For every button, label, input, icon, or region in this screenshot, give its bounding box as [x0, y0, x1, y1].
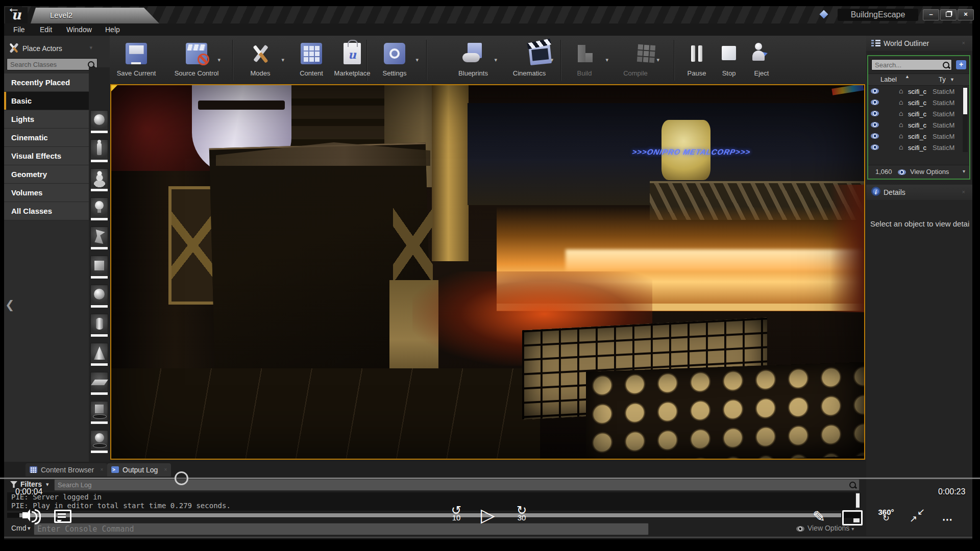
details-header[interactable]: i Details × — [866, 185, 972, 200]
shrink-arrows-icon[interactable]: ↙ ↗ — [910, 508, 925, 523]
build-button[interactable]: ▾ Build — [556, 41, 612, 77]
close-tab-icon[interactable]: × — [962, 189, 965, 195]
more-dots-icon[interactable]: ⋯ — [942, 513, 955, 525]
outliner-row[interactable]: ⌂ scifi_c StaticM — [868, 108, 964, 119]
blueprints-button[interactable]: ▾ Blueprints — [445, 41, 501, 77]
rewind-10-button[interactable]: ↺ 10 — [442, 505, 471, 522]
level-tab[interactable]: Level2 — [31, 8, 159, 23]
video-seek-handle[interactable] — [175, 471, 188, 485]
visibility-eye-icon[interactable] — [871, 88, 879, 94]
project-diamond-icon — [820, 11, 829, 19]
dropdown-arrow-icon[interactable]: ▾ — [494, 57, 497, 63]
settings-button[interactable]: ▾ Settings — [366, 41, 423, 77]
modes-button[interactable]: ▾ Modes — [232, 41, 288, 77]
thumb-cone[interactable] — [90, 343, 108, 366]
dropdown-arrow-icon[interactable]: ▾ — [217, 57, 220, 63]
thumb-sphere[interactable] — [90, 285, 108, 308]
save-current-button[interactable]: Save Current — [108, 41, 164, 77]
category-visual-effects[interactable]: Visual Effects — [4, 147, 89, 165]
menu-window[interactable]: Window — [66, 23, 92, 36]
outliner-column-headers[interactable]: Label ▲ Ty ▼ — [868, 73, 969, 86]
visibility-eye-icon[interactable] — [871, 144, 879, 150]
log-line: PIE: Play in editor total start time 0.2… — [11, 502, 231, 510]
forward-30-button[interactable]: ↻ 30 — [507, 505, 536, 522]
outliner-search-input[interactable] — [872, 60, 951, 70]
world-outliner-header[interactable]: World Outliner × — [866, 36, 972, 51]
add-actor-icon[interactable]: + — [956, 60, 966, 69]
cinematics-button[interactable]: ▾ Cinematics — [501, 41, 557, 77]
category-volumes[interactable]: Volumes — [4, 184, 89, 202]
log-filter-row: Filters ▾ — [4, 478, 866, 491]
thumb-empty-actor-sphere[interactable] — [90, 110, 108, 134]
marketplace-icon: u — [344, 43, 361, 64]
column-label[interactable]: Label — [880, 76, 897, 83]
menu-edit[interactable]: Edit — [40, 23, 52, 36]
rotate-360-icon[interactable]: 360° ↻ — [874, 508, 898, 520]
collapse-panel-chevron-icon[interactable]: ❮ — [5, 298, 14, 312]
menu-file[interactable]: File — [13, 23, 25, 36]
title-bar[interactable]: u Level2 BuildngEscape – × — [4, 6, 972, 23]
close-tab-icon[interactable]: × — [962, 40, 965, 46]
maximize-button[interactable] — [940, 9, 957, 20]
tab-output-log[interactable]: > Output Log × — [107, 463, 171, 477]
dropdown-arrow-icon[interactable]: ▾ — [415, 57, 419, 63]
search-classes-input[interactable] — [7, 59, 97, 70]
outliner-row[interactable]: ⌂ scifi_c StaticM — [868, 86, 964, 97]
log-vertical-scrollbar[interactable] — [855, 492, 860, 511]
eject-button[interactable]: Eject — [733, 41, 790, 77]
category-lights[interactable]: Lights — [4, 110, 89, 129]
thumb-cube[interactable] — [90, 256, 108, 279]
thumb-plane[interactable] — [90, 372, 108, 395]
outliner-row[interactable]: ⌂ scifi_c StaticM — [868, 97, 964, 108]
close-button[interactable]: × — [958, 9, 974, 20]
outliner-row[interactable]: ⌂ scifi_c StaticM — [868, 142, 964, 153]
source-control-button[interactable]: ▾ Source Control — [168, 41, 225, 77]
place-actors-icon — [8, 43, 19, 54]
category-recently-placed[interactable]: Recently Placed — [4, 73, 89, 92]
visibility-eye-icon[interactable] — [871, 111, 879, 116]
thumb-box-trigger[interactable] — [90, 401, 108, 424]
outliner-view-options[interactable]: View Options — [910, 168, 949, 176]
category-all-classes[interactable]: All Classes — [4, 202, 89, 220]
dropdown-arrow-icon[interactable]: ▾ — [656, 57, 659, 63]
close-tab-icon[interactable]: × — [100, 463, 103, 477]
pencil-annotate-icon[interactable]: ✎ — [813, 508, 825, 525]
tab-content-browser[interactable]: Content Browser × — [26, 463, 107, 477]
category-geometry[interactable]: Geometry — [4, 165, 89, 184]
close-tab-icon[interactable]: × — [164, 463, 167, 477]
play-button[interactable]: ▷ — [481, 506, 495, 524]
visibility-eye-icon[interactable] — [871, 122, 879, 128]
outliner-scrollbar[interactable] — [963, 87, 968, 152]
window-bottom-edge — [4, 537, 972, 538]
visibility-eye-icon[interactable] — [871, 133, 879, 139]
menu-help[interactable]: Help — [105, 23, 120, 36]
picture-in-picture-icon[interactable] — [842, 510, 863, 525]
minimize-button[interactable]: – — [923, 9, 939, 20]
viewport-3d-scene[interactable]: >>>ONIPRO METALCORP>>> — [110, 84, 865, 460]
video-seek-bar[interactable] — [0, 478, 980, 479]
column-type[interactable]: Ty — [939, 76, 946, 83]
thumb-cylinder[interactable] — [90, 314, 108, 337]
dropdown-arrow-icon[interactable]: ▾ — [28, 525, 31, 532]
visibility-eye-icon[interactable] — [871, 99, 879, 105]
volume-icon[interactable] — [22, 509, 40, 523]
outliner-row[interactable]: ⌂ scifi_c StaticM — [868, 131, 964, 142]
thumb-point-light-bulb[interactable] — [90, 197, 108, 221]
thumb-empty-pawn[interactable] — [90, 168, 108, 192]
category-basic[interactable]: Basic — [4, 92, 89, 110]
console-command-input[interactable] — [34, 523, 648, 535]
output-log-text-area[interactable]: PIE: Server logged in PIE: Play in edito… — [7, 492, 861, 511]
cmd-dropdown[interactable]: Cmd — [11, 524, 27, 532]
outliner-row[interactable]: ⌂ scifi_c StaticM — [868, 119, 964, 131]
panel-options-icon[interactable]: ▾ — [89, 44, 92, 51]
dropdown-arrow-icon[interactable]: ▾ — [46, 481, 49, 488]
log-horizontal-scrollbar[interactable] — [7, 513, 861, 518]
back-arrow-icon[interactable]: ← — [7, 0, 20, 16]
compile-button[interactable]: ▾ Compile — [607, 41, 664, 77]
thumb-sphere-trigger[interactable] — [90, 430, 108, 454]
thumb-empty-character[interactable] — [90, 139, 108, 163]
notes-bubble-icon[interactable] — [54, 510, 71, 523]
thumb-player-start[interactable] — [90, 227, 108, 250]
dropdown-arrow-icon[interactable]: ▾ — [550, 57, 553, 63]
category-cinematic[interactable]: Cinematic — [4, 129, 89, 147]
